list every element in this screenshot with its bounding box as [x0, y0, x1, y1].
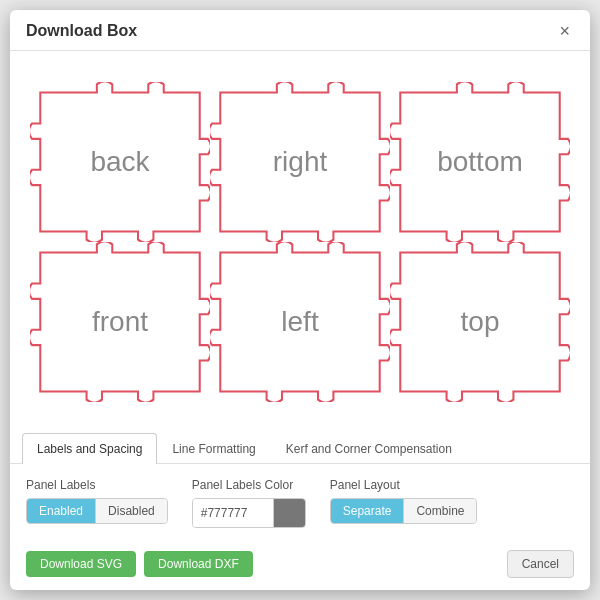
- download-dxf-button[interactable]: Download DXF: [144, 551, 253, 577]
- panel-bottom-label: bottom: [437, 146, 523, 178]
- panel-top: top: [390, 242, 570, 402]
- controls-area: Panel Labels Enabled Disabled Panel Labe…: [10, 464, 590, 542]
- panel-layout-group: Panel Layout Separate Combine: [330, 478, 478, 524]
- tab-line-formatting[interactable]: Line Formatting: [157, 433, 270, 464]
- tabs-area: Labels and Spacing Line Formatting Kerf …: [10, 433, 590, 464]
- panel-labels-color-group: Panel Labels Color: [192, 478, 306, 528]
- tabs: Labels and Spacing Line Formatting Kerf …: [22, 433, 578, 463]
- panel-left: left: [210, 242, 390, 402]
- color-input-group: [192, 498, 306, 528]
- tab-labels-and-spacing[interactable]: Labels and Spacing: [22, 433, 157, 464]
- panel-front: front: [30, 242, 210, 402]
- color-swatch[interactable]: [273, 499, 305, 527]
- panel-right-label: right: [273, 146, 327, 178]
- panel-labels-enabled-btn[interactable]: Enabled: [27, 499, 95, 523]
- panel-labels-disabled-btn[interactable]: Disabled: [95, 499, 167, 523]
- modal: Download Box × back right: [10, 10, 590, 590]
- download-svg-button[interactable]: Download SVG: [26, 551, 136, 577]
- modal-header: Download Box ×: [10, 10, 590, 51]
- panel-back-label: back: [90, 146, 149, 178]
- modal-title: Download Box: [26, 22, 137, 40]
- panel-layout-toggle: Separate Combine: [330, 498, 478, 524]
- panel-labels-color-label: Panel Labels Color: [192, 478, 306, 492]
- color-text-input[interactable]: [193, 499, 273, 527]
- close-button[interactable]: ×: [555, 22, 574, 40]
- panels-grid: back right bottom front: [30, 82, 570, 402]
- panel-layout-combine-btn[interactable]: Combine: [403, 499, 476, 523]
- panel-right: right: [210, 82, 390, 242]
- panel-left-label: left: [281, 306, 318, 338]
- cancel-button[interactable]: Cancel: [507, 550, 574, 578]
- preview-area: back right bottom front: [10, 51, 590, 433]
- panel-top-label: top: [461, 306, 500, 338]
- panel-back: back: [30, 82, 210, 242]
- tab-kerf-corner[interactable]: Kerf and Corner Compensation: [271, 433, 467, 464]
- panel-bottom: bottom: [390, 82, 570, 242]
- panel-labels-group: Panel Labels Enabled Disabled: [26, 478, 168, 524]
- footer: Download SVG Download DXF Cancel: [10, 542, 590, 590]
- panel-labels-toggle: Enabled Disabled: [26, 498, 168, 524]
- panel-layout-label: Panel Layout: [330, 478, 478, 492]
- panel-front-label: front: [92, 306, 148, 338]
- panel-labels-label: Panel Labels: [26, 478, 168, 492]
- panel-layout-separate-btn[interactable]: Separate: [331, 499, 404, 523]
